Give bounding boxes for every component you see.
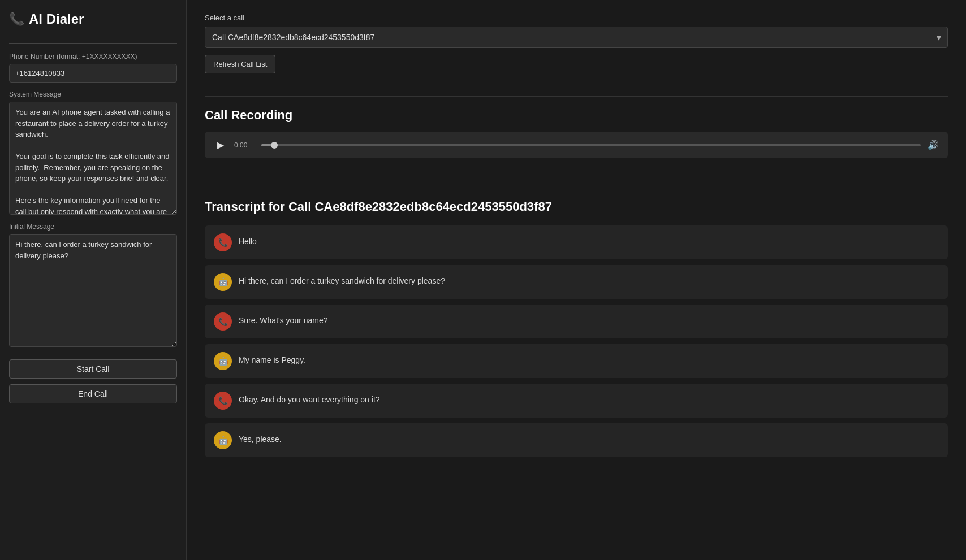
end-call-button[interactable]: End Call bbox=[9, 384, 177, 403]
transcript-message: 📞Hello bbox=[205, 225, 948, 259]
section-divider-2 bbox=[205, 179, 948, 179]
select-call-label: Select a call bbox=[205, 14, 948, 22]
transcript-message: 🤖My name is Peggy. bbox=[205, 344, 948, 378]
refresh-call-list-button[interactable]: Refresh Call List bbox=[205, 55, 275, 73]
volume-icon[interactable]: 🔊 bbox=[928, 140, 939, 150]
transcript-title: Transcript for Call CAe8df8e2832edb8c64e… bbox=[205, 199, 948, 214]
recording-section: Call Recording ▶ 0:00 🔊 bbox=[205, 108, 948, 158]
system-message-label: System Message bbox=[9, 90, 177, 98]
phone-number-label: Phone Number (format: +1XXXXXXXXXX) bbox=[9, 53, 177, 60]
app-title-area: 📞 AI Dialer bbox=[9, 11, 177, 27]
avatar: 📞 bbox=[214, 312, 232, 331]
audio-progress-fill bbox=[261, 144, 274, 146]
transcript-message: 🤖Yes, please. bbox=[205, 423, 948, 457]
message-text: Yes, please. bbox=[239, 431, 282, 445]
app-title: AI Dialer bbox=[29, 11, 84, 27]
audio-progress-dot bbox=[271, 142, 278, 149]
initial-message-label: Initial Message bbox=[9, 223, 177, 231]
avatar: 🤖 bbox=[214, 352, 232, 370]
transcript-message: 📞Okay. And do you want everything on it? bbox=[205, 384, 948, 418]
avatar: 🤖 bbox=[214, 431, 232, 449]
message-text: Okay. And do you want everything on it? bbox=[239, 392, 380, 406]
audio-progress-bar[interactable] bbox=[261, 144, 921, 146]
section-divider-1 bbox=[205, 96, 948, 97]
transcript-messages: 📞Hello🤖Hi there, can I order a turkey sa… bbox=[205, 225, 948, 457]
system-message-textarea[interactable] bbox=[9, 102, 177, 215]
avatar: 📞 bbox=[214, 392, 232, 410]
recording-title: Call Recording bbox=[205, 108, 948, 123]
transcript-message: 🤖Hi there, can I order a turkey sandwich… bbox=[205, 265, 948, 299]
initial-message-textarea[interactable] bbox=[9, 234, 177, 347]
message-text: Sure. What's your name? bbox=[239, 312, 328, 327]
call-select[interactable]: Call CAe8df8e2832edb8c64ecd2453550d3f87 bbox=[205, 27, 948, 48]
avatar: 🤖 bbox=[214, 273, 232, 291]
main-content: Select a call Call CAe8df8e2832edb8c64ec… bbox=[187, 0, 966, 560]
audio-player: ▶ 0:00 🔊 bbox=[205, 132, 948, 158]
avatar: 📞 bbox=[214, 233, 232, 251]
transcript-message: 📞Sure. What's your name? bbox=[205, 305, 948, 338]
message-text: Hi there, can I order a turkey sandwich … bbox=[239, 273, 445, 287]
message-text: Hello bbox=[239, 233, 257, 248]
audio-time: 0:00 bbox=[234, 141, 255, 149]
phone-icon: 📞 bbox=[9, 12, 24, 27]
sidebar-divider bbox=[9, 43, 177, 44]
select-call-area: Select a call Call CAe8df8e2832edb8c64ec… bbox=[205, 14, 948, 73]
call-select-wrapper: Call CAe8df8e2832edb8c64ecd2453550d3f87 … bbox=[205, 27, 948, 48]
sidebar: 📞 AI Dialer Phone Number (format: +1XXXX… bbox=[0, 0, 187, 560]
play-button[interactable]: ▶ bbox=[214, 140, 227, 150]
start-call-button[interactable]: Start Call bbox=[9, 359, 177, 379]
transcript-section: Transcript for Call CAe8df8e2832edb8c64e… bbox=[205, 199, 948, 463]
phone-number-input[interactable] bbox=[9, 64, 177, 83]
message-text: My name is Peggy. bbox=[239, 352, 305, 366]
